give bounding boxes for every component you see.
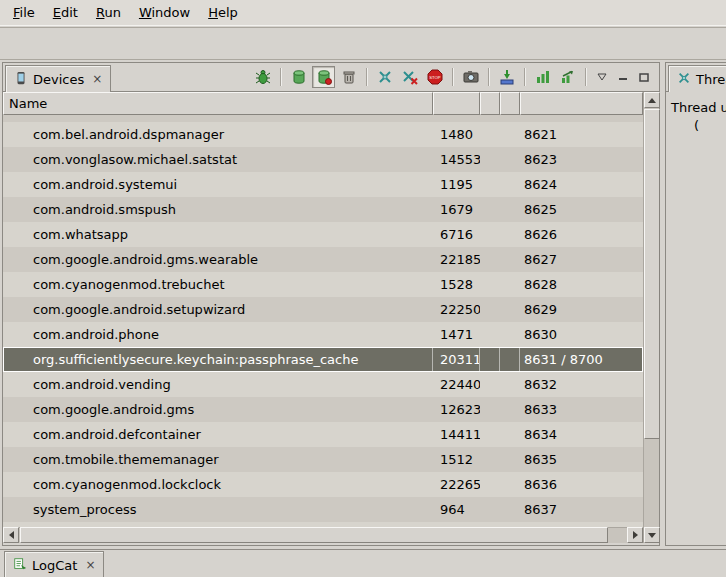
left-arrow-icon: [9, 531, 14, 539]
menu-help[interactable]: Help: [199, 2, 247, 23]
scroll-right-button[interactable]: [627, 527, 643, 543]
device-icon: [14, 71, 28, 88]
right-arrow-icon: [633, 531, 638, 539]
empty-cell: [480, 497, 500, 522]
process-name: com.android.defcontainer: [3, 422, 433, 447]
table-row[interactable]: com.android.phone 1471 8630: [3, 322, 643, 347]
table-row[interactable]: org.sufficientlysecure.keychain:passphra…: [3, 347, 643, 372]
vertical-scroll-thumb[interactable]: [644, 109, 660, 439]
empty-cell: [480, 197, 500, 222]
capture-system-trace-button[interactable]: [556, 66, 579, 88]
logcat-icon: [13, 557, 27, 574]
table-row[interactable]: com.whatsapp 6716 8626: [3, 222, 643, 247]
process-name: com.whatsapp: [3, 222, 433, 247]
process-port: 8625: [520, 197, 643, 222]
process-pid: 14411: [433, 422, 480, 447]
tab-devices[interactable]: Devices ×: [5, 65, 111, 92]
dump-hprof-button[interactable]: [495, 66, 518, 88]
table-row[interactable]: com.vonglasow.michael.satstat 14553 8623: [3, 147, 643, 172]
update-threads-button[interactable]: [373, 66, 396, 88]
device-table-header: Name: [3, 92, 643, 115]
menu-window[interactable]: Window: [130, 2, 199, 23]
table-row[interactable]: com.android.systemui 1195 8624: [3, 172, 643, 197]
tab-logcat-label: LogCat: [32, 558, 77, 573]
process-port: 8623: [520, 147, 643, 172]
column-header-empty[interactable]: [480, 92, 500, 115]
column-header-port[interactable]: [520, 92, 643, 115]
table-row[interactable]: com.cyanogenmod.lockclock 22265 8636: [3, 472, 643, 497]
empty-cell: [500, 422, 520, 447]
tab-logcat[interactable]: LogCat ×: [4, 551, 104, 577]
process-name: com.android.phone: [3, 322, 433, 347]
process-name: com.vonglasow.michael.satstat: [3, 147, 433, 172]
empty-cell: [500, 322, 520, 347]
process-port: 8630: [520, 322, 643, 347]
tab-devices-label: Devices: [33, 72, 84, 87]
tab-devices-close-icon[interactable]: ×: [92, 72, 102, 86]
process-pid: 1512: [433, 447, 480, 472]
table-row[interactable]: com.bel.android.dspmanager 1480 8621: [3, 122, 643, 147]
minimize-button[interactable]: [613, 68, 632, 86]
maximize-button[interactable]: [634, 68, 653, 86]
menu-edit[interactable]: Edit: [44, 2, 87, 23]
device-table-body: com.bel.android.dspmanager 1480 8621 com…: [3, 115, 643, 527]
vertical-scrollbar[interactable]: [643, 92, 659, 543]
column-header-empty[interactable]: [500, 92, 520, 115]
scroll-left-button[interactable]: [3, 527, 19, 543]
menu-run[interactable]: Run: [87, 2, 130, 23]
empty-cell: [500, 447, 520, 472]
tab-logcat-close-icon[interactable]: ×: [85, 558, 95, 572]
table-row[interactable]: com.android.smspush 1679 8625: [3, 197, 643, 222]
start-method-profiling-button[interactable]: [531, 66, 554, 88]
horizontal-scroll-thumb[interactable]: [20, 527, 608, 543]
process-port: 8621: [520, 122, 643, 147]
process-name: com.bel.android.dspmanager: [3, 122, 433, 147]
table-row[interactable]: com.google.android.gms.wearable 22185 86…: [3, 247, 643, 272]
column-header-name[interactable]: Name: [3, 92, 433, 115]
empty-cell: [480, 472, 500, 497]
process-name: com.google.android.gms.wearable: [3, 247, 433, 272]
update-heap-button[interactable]: [287, 66, 310, 88]
process-port: 8637: [520, 497, 643, 522]
threads-message-line2: (: [694, 118, 699, 133]
table-row[interactable]: com.tmobile.thememanager 1512 8635: [3, 447, 643, 472]
scroll-up-button[interactable]: [644, 92, 660, 108]
table-row[interactable]: com.google.android.gms 12623 8633: [3, 397, 643, 422]
tab-threads-label: Threads: [696, 72, 726, 87]
empty-cell: [480, 172, 500, 197]
process-port: 8624: [520, 172, 643, 197]
tab-threads[interactable]: Threads ×: [668, 65, 726, 92]
empty-cell: [480, 347, 500, 372]
debug-process-button[interactable]: [251, 66, 274, 88]
empty-cell: [480, 422, 500, 447]
empty-cell: [500, 497, 520, 522]
stop-process-button[interactable]: STOP: [423, 66, 446, 88]
process-pid: 6716: [433, 222, 480, 247]
process-port: 8635: [520, 447, 643, 472]
empty-cell: [500, 347, 520, 372]
table-row[interactable]: com.android.vending 22440 8632: [3, 372, 643, 397]
toolbar-separator: [280, 68, 281, 86]
update-heap-enabled-button[interactable]: [312, 66, 335, 88]
screen-capture-button[interactable]: [459, 66, 482, 88]
scroll-down-button[interactable]: [644, 527, 660, 543]
table-row[interactable]: com.android.defcontainer 14411 8634: [3, 422, 643, 447]
threads-message-line1: Thread up: [671, 100, 726, 115]
logcat-bar: LogCat ×: [0, 549, 726, 577]
toolbar-separator: [585, 68, 586, 86]
empty-cell: [500, 397, 520, 422]
column-header-pid[interactable]: [433, 92, 480, 115]
empty-cell: [500, 197, 520, 222]
empty-cell: [500, 222, 520, 247]
horizontal-scrollbar[interactable]: [3, 527, 643, 543]
view-menu-button[interactable]: [592, 68, 611, 86]
process-name: com.cyanogenmod.lockclock: [3, 472, 433, 497]
table-row[interactable]: com.cyanogenmod.trebuchet 1528 8628: [3, 272, 643, 297]
process-pid: 22440: [433, 372, 480, 397]
menu-file[interactable]: File: [4, 2, 44, 23]
stop-thread-updates-button[interactable]: [398, 66, 421, 88]
process-pid: 12623: [433, 397, 480, 422]
cause-gc-button[interactable]: [337, 66, 360, 88]
table-row[interactable]: com.google.android.setupwizard 22250 862…: [3, 297, 643, 322]
table-row[interactable]: system_process 964 8637: [3, 497, 643, 522]
